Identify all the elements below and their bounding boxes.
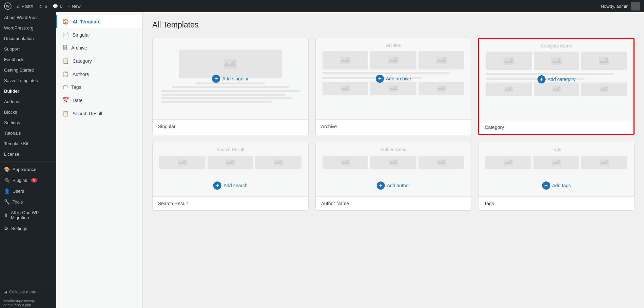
new-content-item[interactable]: + New [68,4,81,9]
template-card-singular[interactable]: + Add singular Singular [152,38,309,135]
sidebar-item-getting-started[interactable]: Getting Started [0,65,56,75]
collapse-menu[interactable]: ◀ Collapse menu [0,286,56,298]
sidebar-light-item-singular[interactable]: 📄 Singular [56,28,142,41]
svg-point-5 [347,57,349,59]
page-title: All Templates [152,20,635,30]
admin-bar: W ⌂ PostX ↻ 6 💬 0 + New Howdy, admin [0,0,644,12]
sidebar-item-addons[interactable]: Addons [0,96,56,107]
sidebar-light-item-authors[interactable]: 📋 Authors [56,68,142,81]
all-template-icon: 🏠 [62,18,69,25]
sidebar-light-item-category[interactable]: 📋 Category [56,54,142,68]
sidebar-light: 🏠 All Template 📄 Singular 🗄 Archive 📋 Ca… [56,12,143,308]
add-author-circle: + [377,181,385,190]
search-result-icon: 📋 [62,110,69,117]
add-tags-button[interactable]: + Add tags [542,181,571,190]
sidebar-item-support[interactable]: Support [0,44,56,54]
svg-text:W: W [6,4,10,8]
svg-point-35 [347,160,349,162]
singular-icon: 📄 [62,32,69,38]
plugins-icon: 🔌 [4,177,10,183]
template-card-author-name[interactable]: Author Name [315,142,472,211]
template-card-search-result[interactable]: Search Result [152,142,309,211]
category-header-text: Category Name [479,43,633,49]
mock-grid-cell-sm [418,82,465,95]
sidebar-item-wordpress-org[interactable]: WordPress.org [0,23,56,33]
add-archive-button[interactable]: + Add archive [376,75,411,83]
mock-grid-cell-sm [370,156,416,169]
builder-label: Builder [4,89,19,94]
new-label: New [72,4,81,9]
howdy-label: Howdy, admin [601,4,628,9]
appearance-label: Appearance [13,167,36,172]
template-grid: + Add singular Singular Archive [152,38,635,211]
template-card-category[interactable]: Category Name [478,38,635,135]
update-item[interactable]: ↻ 6 [39,4,47,9]
add-tags-label: Add tags [552,183,571,188]
settings2-icon: ⚙ [4,226,8,231]
mock-grid-cell-sm [486,82,531,96]
sidebar-item-plugins[interactable]: 🔌 Plugins 5 [0,175,56,186]
sidebar-item-feedback[interactable]: Feedback [0,54,56,65]
appearance-icon: 🎨 [4,167,10,172]
sidebar-item-tools[interactable]: 🔧 Tools [0,196,56,207]
mock-grid-cell [581,52,627,70]
sidebar-item-all-in-one[interactable]: ⬆ All-in-One WP Migration [0,207,56,223]
tutorials-label: Tutorials [4,131,21,136]
date-icon: 📅 [62,97,69,103]
svg-point-21 [606,58,608,60]
comment-item[interactable]: 💬 0 [53,4,62,9]
mock-grid-cell-sm [418,156,465,169]
mock-grid-cell-sm [581,82,627,96]
template-card-tags[interactable]: Tags [478,142,635,211]
sidebar-item-settings2[interactable]: ⚙ Settings [0,223,56,234]
sidebar-item-builder[interactable]: Builder [0,86,56,96]
sidebar-item-blocks[interactable]: Blocks [0,107,56,117]
sidebar-item-tutorials[interactable]: Tutorials [0,128,56,138]
add-singular-circle: + [212,75,220,83]
svg-point-13 [395,86,397,88]
sidebar-light-item-archive[interactable]: 🗄 Archive [56,41,142,54]
main-content: All Templates [143,12,644,308]
template-card-archive[interactable]: Archive [315,38,472,135]
addons-label: Addons [4,99,19,104]
add-search-label: Add search [223,183,248,188]
support-label: Support [4,46,20,52]
sidebar-item-about-wordpress[interactable]: About WordPress [0,12,56,23]
add-author-button[interactable]: + Add author [377,181,410,190]
add-tags-circle: + [542,181,550,190]
add-category-button[interactable]: + Add category [537,75,575,83]
sidebar-item-settings[interactable]: Settings [0,117,56,128]
sidebar-light-item-tags[interactable]: 🏷 Tags [56,81,142,94]
sidebar-light-item-date[interactable]: 📅 Date [56,94,142,107]
svg-point-25 [558,87,560,89]
sidebar-item-saved-templates[interactable]: Saved Templates [0,75,56,86]
card-preview-archive: Archive [316,38,471,119]
wp-logo-item[interactable]: W [4,2,12,10]
plus-icon: + [68,4,71,9]
card-label-archive: Archive [316,119,471,133]
svg-point-19 [559,58,561,60]
house-icon: ⌂ [17,4,20,9]
mock-grid-cell-sm [255,156,301,169]
sidebar-light-item-search-result[interactable]: 📋 Search Result [56,107,142,120]
card-label-singular: Singular [153,119,308,133]
add-search-circle: + [213,181,221,190]
mock-grid-cell-sm [533,156,580,169]
plugins-badge: 5 [31,178,37,182]
category-label: Category [73,58,92,64]
sidebar-item-documentation[interactable]: Documentation [0,33,56,44]
sidebar-light-item-all-template[interactable]: 🏠 All Template [56,15,142,28]
card-label-category: Category [479,120,633,134]
sidebar-item-license[interactable]: License [0,149,56,159]
sidebar-item-template-kit[interactable]: Template Kit [0,138,56,149]
add-singular-button[interactable]: + Add singular [212,75,249,83]
add-search-button[interactable]: + Add search [213,181,248,190]
sidebar-item-appearance[interactable]: 🎨 Appearance [0,164,56,175]
site-name-item[interactable]: ⌂ PostX [17,4,34,9]
sidebar-item-users[interactable]: 👤 Users [0,186,56,196]
url-bar: localhost/postx/wp-admin/about.php [0,298,56,308]
add-category-label: Add category [547,77,575,82]
mock-grid-cell [370,51,416,70]
svg-point-41 [510,160,512,162]
mock-grid-cell-sm [485,156,531,169]
